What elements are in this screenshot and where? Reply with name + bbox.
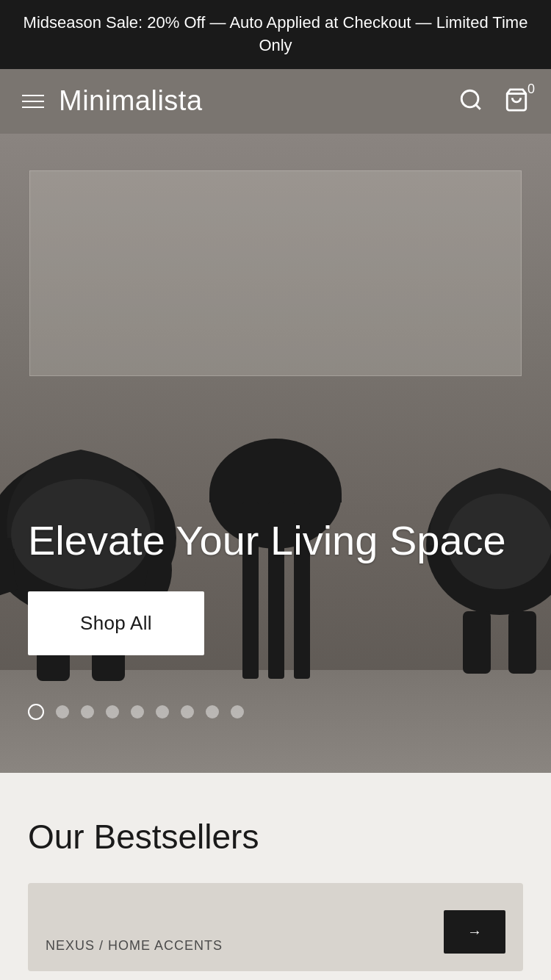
menu-icon[interactable] xyxy=(22,95,44,108)
hero-background xyxy=(0,134,551,773)
search-button[interactable] xyxy=(458,87,483,115)
bestsellers-section: Our Bestsellers NEXUS / HOME ACCENTS → xyxy=(0,773,551,980)
hero-section: Elevate Your Living Space Shop All xyxy=(0,134,551,773)
carousel-dot-2[interactable] xyxy=(56,705,69,718)
cart-icon xyxy=(504,87,529,112)
header: Minimalista 0 xyxy=(0,69,551,134)
carousel-dot-7[interactable] xyxy=(181,705,194,718)
wall-panel-decoration xyxy=(29,170,522,376)
carousel-dot-1[interactable] xyxy=(28,704,44,720)
svg-point-0 xyxy=(461,90,478,107)
carousel-dot-4[interactable] xyxy=(106,705,119,718)
product-next-button[interactable]: → xyxy=(444,910,505,954)
header-right: 0 xyxy=(458,87,529,115)
announcement-bar: Midseason Sale: 20% Off — Auto Applied a… xyxy=(0,0,551,69)
carousel-dots xyxy=(28,704,244,720)
brand-name: Minimalista xyxy=(59,85,203,117)
carousel-dot-9[interactable] xyxy=(231,705,244,718)
product-card-preview: NEXUS / HOME ACCENTS → xyxy=(28,883,523,971)
carousel-dot-8[interactable] xyxy=(206,705,219,718)
bestsellers-title: Our Bestsellers xyxy=(28,817,523,857)
svg-rect-8 xyxy=(209,494,342,502)
product-category-label: NEXUS / HOME ACCENTS xyxy=(46,938,223,954)
carousel-dot-3[interactable] xyxy=(81,705,94,718)
cart-count: 0 xyxy=(527,82,535,97)
hero-title: Elevate Your Living Space xyxy=(28,517,523,564)
shop-all-button[interactable]: Shop All xyxy=(28,591,204,655)
hero-content: Elevate Your Living Space Shop All xyxy=(28,517,523,655)
announcement-text: Midseason Sale: 20% Off — Auto Applied a… xyxy=(24,13,528,54)
svg-line-1 xyxy=(476,104,480,109)
header-left: Minimalista xyxy=(22,85,203,117)
hero-floor xyxy=(0,670,551,773)
search-icon xyxy=(458,87,483,112)
carousel-dot-6[interactable] xyxy=(156,705,169,718)
cart-button[interactable]: 0 xyxy=(504,87,529,115)
carousel-dot-5[interactable] xyxy=(131,705,144,718)
